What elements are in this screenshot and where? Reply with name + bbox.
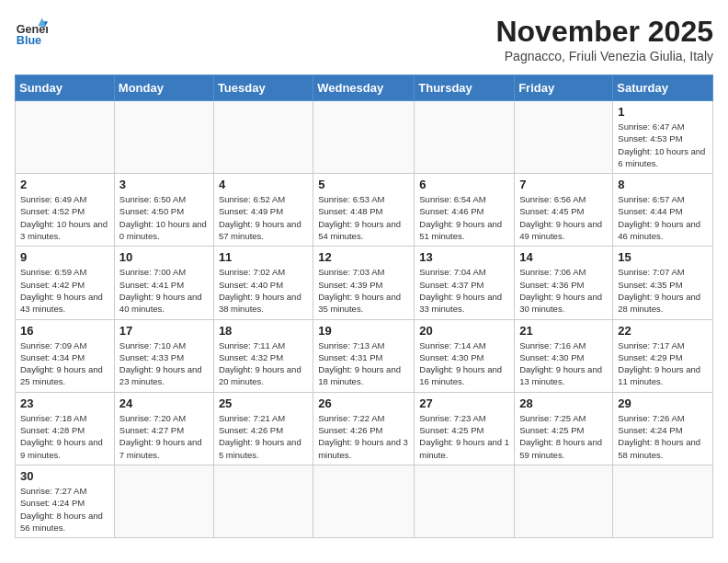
- calendar-cell: 15Sunrise: 7:07 AM Sunset: 4:35 PM Dayli…: [613, 247, 713, 319]
- calendar-cell: [313, 101, 415, 174]
- calendar-cell: 9Sunrise: 6:59 AM Sunset: 4:42 PM Daylig…: [16, 247, 115, 319]
- calendar-cell: 10Sunrise: 7:00 AM Sunset: 4:41 PM Dayli…: [114, 247, 213, 319]
- day-number: 30: [20, 469, 109, 483]
- day-number: 12: [318, 250, 409, 264]
- calendar-cell: 20Sunrise: 7:14 AM Sunset: 4:30 PM Dayli…: [415, 319, 515, 392]
- calendar-cell: [515, 101, 613, 174]
- day-number: 8: [618, 178, 708, 191]
- calendar-cell: 3Sunrise: 6:50 AM Sunset: 4:50 PM Daylig…: [114, 174, 213, 247]
- calendar-cell: 23Sunrise: 7:18 AM Sunset: 4:28 PM Dayli…: [16, 392, 115, 465]
- day-info: Sunrise: 7:25 AM Sunset: 4:25 PM Dayligh…: [519, 412, 608, 461]
- calendar-cell: 17Sunrise: 7:10 AM Sunset: 4:33 PM Dayli…: [114, 319, 213, 392]
- calendar-cell: [114, 465, 213, 537]
- day-info: Sunrise: 7:16 AM Sunset: 4:30 PM Dayligh…: [519, 339, 608, 388]
- day-number: 4: [219, 178, 308, 191]
- calendar-cell: 14Sunrise: 7:06 AM Sunset: 4:36 PM Dayli…: [515, 247, 613, 319]
- day-info: Sunrise: 7:10 AM Sunset: 4:33 PM Dayligh…: [119, 339, 209, 388]
- day-number: 15: [618, 250, 708, 264]
- day-info: Sunrise: 7:17 AM Sunset: 4:29 PM Dayligh…: [618, 339, 708, 388]
- day-info: Sunrise: 7:26 AM Sunset: 4:24 PM Dayligh…: [618, 412, 708, 461]
- calendar-week-row: 30Sunrise: 7:27 AM Sunset: 4:24 PM Dayli…: [16, 465, 713, 537]
- logo: General Blue: [15, 15, 48, 48]
- day-info: Sunrise: 7:06 AM Sunset: 4:36 PM Dayligh…: [519, 266, 608, 315]
- day-info: Sunrise: 7:03 AM Sunset: 4:39 PM Dayligh…: [318, 266, 409, 315]
- calendar-cell: 6Sunrise: 6:54 AM Sunset: 4:46 PM Daylig…: [415, 174, 515, 247]
- day-of-week-header: Thursday: [415, 75, 515, 101]
- day-info: Sunrise: 6:50 AM Sunset: 4:50 PM Dayligh…: [119, 193, 209, 242]
- calendar-cell: [515, 465, 613, 537]
- day-number: 16: [20, 324, 109, 338]
- day-info: Sunrise: 7:13 AM Sunset: 4:31 PM Dayligh…: [318, 339, 409, 388]
- calendar-cell: 29Sunrise: 7:26 AM Sunset: 4:24 PM Dayli…: [613, 392, 713, 465]
- calendar-cell: [313, 465, 415, 537]
- calendar-header-row: SundayMondayTuesdayWednesdayThursdayFrid…: [16, 75, 713, 101]
- day-number: 20: [419, 324, 509, 338]
- day-info: Sunrise: 7:09 AM Sunset: 4:34 PM Dayligh…: [20, 339, 109, 388]
- day-info: Sunrise: 7:23 AM Sunset: 4:25 PM Dayligh…: [419, 412, 509, 461]
- day-info: Sunrise: 7:18 AM Sunset: 4:28 PM Dayligh…: [20, 412, 109, 461]
- day-info: Sunrise: 6:59 AM Sunset: 4:42 PM Dayligh…: [20, 266, 109, 315]
- day-info: Sunrise: 7:21 AM Sunset: 4:26 PM Dayligh…: [219, 412, 308, 461]
- day-info: Sunrise: 7:00 AM Sunset: 4:41 PM Dayligh…: [119, 266, 209, 315]
- day-number: 2: [20, 178, 109, 191]
- day-number: 10: [119, 250, 209, 264]
- calendar-cell: 1Sunrise: 6:47 AM Sunset: 4:53 PM Daylig…: [613, 101, 713, 174]
- calendar-cell: 8Sunrise: 6:57 AM Sunset: 4:44 PM Daylig…: [613, 174, 713, 247]
- day-of-week-header: Saturday: [613, 75, 713, 101]
- day-info: Sunrise: 6:57 AM Sunset: 4:44 PM Dayligh…: [618, 193, 708, 242]
- day-number: 9: [20, 250, 109, 264]
- calendar-cell: [213, 101, 313, 174]
- day-number: 18: [219, 324, 308, 338]
- calendar-cell: 11Sunrise: 7:02 AM Sunset: 4:40 PM Dayli…: [213, 247, 313, 319]
- day-number: 29: [618, 396, 708, 410]
- day-number: 11: [219, 250, 308, 264]
- calendar-cell: [16, 101, 115, 174]
- calendar-cell: 21Sunrise: 7:16 AM Sunset: 4:30 PM Dayli…: [515, 319, 613, 392]
- day-number: 13: [419, 250, 509, 264]
- day-number: 28: [519, 396, 608, 410]
- calendar-cell: 24Sunrise: 7:20 AM Sunset: 4:27 PM Dayli…: [114, 392, 213, 465]
- day-info: Sunrise: 7:11 AM Sunset: 4:32 PM Dayligh…: [219, 339, 308, 388]
- calendar-cell: 12Sunrise: 7:03 AM Sunset: 4:39 PM Dayli…: [313, 247, 415, 319]
- day-number: 1: [618, 105, 708, 119]
- calendar-table: SundayMondayTuesdayWednesdayThursdayFrid…: [15, 75, 713, 538]
- calendar-cell: 18Sunrise: 7:11 AM Sunset: 4:32 PM Dayli…: [213, 319, 313, 392]
- calendar-week-row: 9Sunrise: 6:59 AM Sunset: 4:42 PM Daylig…: [16, 247, 713, 319]
- day-info: Sunrise: 6:52 AM Sunset: 4:49 PM Dayligh…: [219, 193, 308, 242]
- day-info: Sunrise: 7:22 AM Sunset: 4:26 PM Dayligh…: [318, 412, 409, 461]
- calendar-cell: 30Sunrise: 7:27 AM Sunset: 4:24 PM Dayli…: [16, 465, 115, 537]
- day-number: 25: [219, 396, 308, 410]
- calendar-cell: [415, 101, 515, 174]
- calendar-cell: 19Sunrise: 7:13 AM Sunset: 4:31 PM Dayli…: [313, 319, 415, 392]
- calendar-cell: 4Sunrise: 6:52 AM Sunset: 4:49 PM Daylig…: [213, 174, 313, 247]
- day-number: 26: [318, 396, 409, 410]
- calendar-cell: 22Sunrise: 7:17 AM Sunset: 4:29 PM Dayli…: [613, 319, 713, 392]
- calendar-cell: [415, 465, 515, 537]
- day-of-week-header: Tuesday: [213, 75, 313, 101]
- calendar-week-row: 23Sunrise: 7:18 AM Sunset: 4:28 PM Dayli…: [16, 392, 713, 465]
- calendar-cell: 13Sunrise: 7:04 AM Sunset: 4:37 PM Dayli…: [415, 247, 515, 319]
- day-number: 6: [419, 178, 509, 191]
- svg-text:Blue: Blue: [17, 34, 41, 47]
- day-number: 19: [318, 324, 409, 338]
- day-number: 27: [419, 396, 509, 410]
- day-number: 17: [119, 324, 209, 338]
- day-info: Sunrise: 7:04 AM Sunset: 4:37 PM Dayligh…: [419, 266, 509, 315]
- calendar-cell: 7Sunrise: 6:56 AM Sunset: 4:45 PM Daylig…: [515, 174, 613, 247]
- calendar-cell: 28Sunrise: 7:25 AM Sunset: 4:25 PM Dayli…: [515, 392, 613, 465]
- day-of-week-header: Friday: [515, 75, 613, 101]
- day-number: 23: [20, 396, 109, 410]
- day-info: Sunrise: 6:54 AM Sunset: 4:46 PM Dayligh…: [419, 193, 509, 242]
- calendar-week-row: 16Sunrise: 7:09 AM Sunset: 4:34 PM Dayli…: [16, 319, 713, 392]
- day-info: Sunrise: 6:49 AM Sunset: 4:52 PM Dayligh…: [20, 193, 109, 242]
- day-info: Sunrise: 7:02 AM Sunset: 4:40 PM Dayligh…: [219, 266, 308, 315]
- calendar-cell: 27Sunrise: 7:23 AM Sunset: 4:25 PM Dayli…: [415, 392, 515, 465]
- day-number: 22: [618, 324, 708, 338]
- calendar-cell: 25Sunrise: 7:21 AM Sunset: 4:26 PM Dayli…: [213, 392, 313, 465]
- day-number: 7: [519, 178, 608, 191]
- month-title: November 2025: [495, 15, 713, 49]
- day-info: Sunrise: 6:47 AM Sunset: 4:53 PM Dayligh…: [618, 121, 708, 169]
- day-info: Sunrise: 7:07 AM Sunset: 4:35 PM Dayligh…: [618, 266, 708, 315]
- day-number: 3: [119, 178, 209, 191]
- day-number: 5: [318, 178, 409, 191]
